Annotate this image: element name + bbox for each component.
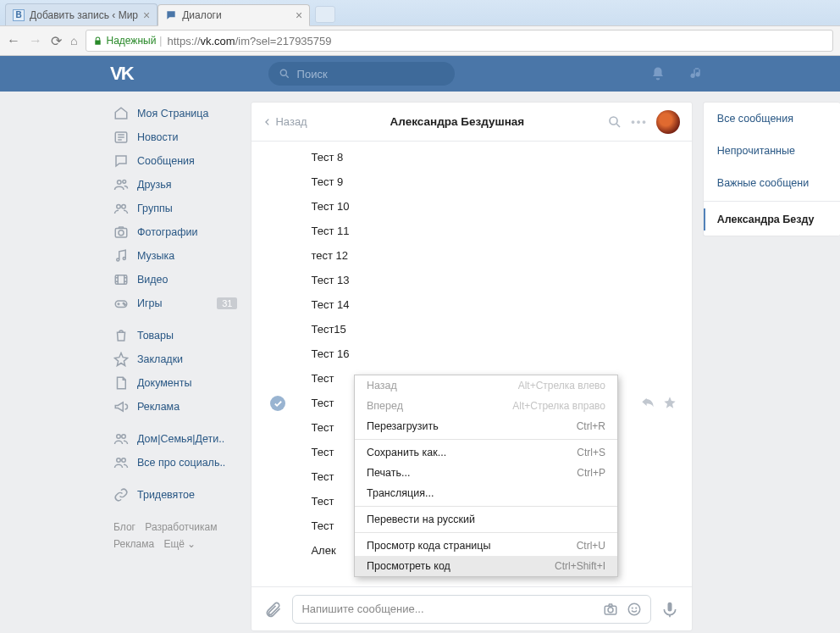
browser-tab-1[interactable]: Диалоги × (158, 4, 310, 26)
ctx-back: НазадAlt+Стрелка влево (355, 375, 617, 396)
svg-point-0 (280, 69, 286, 75)
message[interactable]: тест 12 (311, 243, 676, 268)
browser-chrome: В Добавить запись ‹ Мир × Диалоги × ← → … (0, 0, 840, 56)
filter-unread[interactable]: Непрочитанные (704, 135, 840, 167)
message[interactable]: Тест15 (311, 317, 676, 341)
message[interactable]: Тест 13 (311, 268, 676, 292)
nav-item-messages[interactable]: Сообщения (110, 149, 240, 173)
footer-more[interactable]: Ещё ⌄ (163, 538, 196, 550)
nav-label: Закладки (137, 353, 183, 365)
back-button[interactable]: ← (7, 33, 20, 48)
notifications-icon[interactable] (650, 66, 666, 81)
svg-point-2 (118, 180, 122, 185)
nav-item-photos[interactable]: Фотографии (110, 220, 240, 244)
community-icon (113, 431, 129, 447)
nav-label: Фотографии (137, 226, 197, 238)
nav-label: Сообщения (137, 155, 195, 167)
header-icons (650, 66, 840, 81)
svg-point-14 (117, 435, 121, 439)
tab-title: Диалоги (182, 9, 290, 21)
svg-point-20 (608, 607, 613, 612)
secure-badge: Надежный | (93, 35, 162, 47)
message[interactable]: Тест 10 (311, 194, 676, 219)
nav-item-docs[interactable]: Документы (110, 371, 240, 395)
message[interactable]: Тест 8 (311, 145, 676, 169)
nav-item-friends[interactable]: Друзья (110, 173, 240, 197)
vk-logo[interactable]: VK (110, 63, 133, 85)
ctx-label: Печать... (367, 467, 410, 479)
nav-item-news[interactable]: Новости (110, 125, 240, 149)
ctx-viewsrc[interactable]: Просмотр кода страницыCtrl+U (355, 536, 617, 556)
nav-item-c3[interactable]: Тридевятое (110, 483, 240, 507)
filter-all[interactable]: Все сообщения (704, 103, 840, 135)
nav-item-videos[interactable]: Видео (110, 268, 240, 292)
home-button[interactable]: ⌂ (70, 34, 77, 47)
search-icon (607, 114, 622, 130)
search-in-chat-icon[interactable] (607, 114, 622, 130)
market-icon (113, 328, 129, 343)
nav-item-c2[interactable]: Все про социаль.. (110, 451, 240, 475)
svg-point-16 (117, 458, 121, 463)
chain-icon (113, 487, 129, 503)
favicon-icon: В (13, 9, 25, 21)
message[interactable]: Тест 14 (311, 292, 676, 317)
new-tab-button[interactable] (315, 6, 335, 23)
browser-tab-0[interactable]: В Добавить запись ‹ Мир × (5, 3, 158, 25)
friends-icon (113, 177, 129, 192)
ctx-label: Назад (367, 380, 397, 391)
message[interactable]: Тест 16 (311, 341, 676, 366)
selected-check-icon[interactable] (270, 396, 285, 411)
ctx-translate[interactable]: Перевести на русский (355, 509, 617, 530)
close-icon[interactable]: × (296, 8, 302, 22)
forward-button[interactable]: → (29, 33, 42, 48)
message[interactable]: Тест 9 (311, 169, 676, 194)
nav-label: Игры (137, 297, 162, 309)
filters-panel: Все сообщения Непрочитанные Важные сообщ… (703, 102, 840, 236)
filter-important[interactable]: Важные сообщени (704, 167, 840, 199)
nav-label: Тридевятое (137, 489, 195, 501)
filter-active-chat[interactable]: Александра Безду (704, 203, 840, 236)
url-input[interactable]: Надежный | https://vk.com/im?sel=2179357… (86, 30, 833, 52)
search-icon (279, 68, 290, 80)
ctx-label: Просмотреть код (367, 560, 450, 572)
nav-item-music[interactable]: Музыка (110, 244, 240, 268)
close-icon[interactable]: × (143, 8, 150, 22)
ctx-label: Сохранить как... (367, 447, 446, 458)
search-input[interactable]: Поиск (268, 62, 455, 86)
ctx-reload[interactable]: ПерезагрузитьCtrl+R (355, 416, 617, 436)
footer-devs[interactable]: Разработчикам (145, 521, 217, 533)
ctx-print[interactable]: Печать...Ctrl+P (355, 463, 617, 483)
message-input[interactable]: Напишите сообщение... (292, 595, 650, 624)
videos-icon (113, 272, 129, 287)
reload-button[interactable]: ⟳ (51, 33, 62, 49)
ctx-cast[interactable]: Трансляция... (355, 483, 617, 503)
svg-point-23 (636, 608, 637, 608)
nav-item-market[interactable]: Товары (110, 324, 240, 347)
mic-icon[interactable] (661, 601, 678, 618)
ctx-saveas[interactable]: Сохранить как...Ctrl+S (355, 442, 617, 463)
message[interactable]: Тест 11 (311, 219, 676, 243)
nav-item-games[interactable]: Игры31 (110, 292, 240, 315)
camera-icon[interactable] (603, 602, 618, 617)
emoji-icon[interactable] (627, 602, 642, 617)
ctx-shortcut: Ctrl+Shift+I (555, 560, 605, 572)
ctx-inspect[interactable]: Просмотреть кодCtrl+Shift+I (355, 556, 617, 576)
svg-point-15 (122, 435, 126, 439)
more-icon[interactable]: ••• (631, 115, 648, 128)
music-icon[interactable] (689, 66, 705, 81)
separator (704, 201, 840, 202)
ctx-shortcut: Alt+Стрелка влево (518, 380, 605, 391)
nav-item-profile[interactable]: Моя Страница (110, 102, 240, 125)
nav-item-bookmarks[interactable]: Закладки (110, 347, 240, 371)
nav-label: Музыка (137, 250, 174, 262)
reply-icon[interactable] (641, 396, 655, 409)
nav-item-groups[interactable]: Группы (110, 197, 240, 220)
star-icon[interactable] (663, 396, 677, 409)
footer-ads[interactable]: Реклама (113, 538, 154, 550)
avatar[interactable] (656, 110, 680, 134)
attach-icon[interactable] (265, 601, 282, 618)
back-link[interactable]: Назад (263, 115, 307, 128)
footer-blog[interactable]: Блог (113, 521, 135, 533)
nav-item-ads[interactable]: Реклама (110, 395, 240, 419)
nav-item-c1[interactable]: Дом|Семья|Дети.. (110, 427, 240, 451)
